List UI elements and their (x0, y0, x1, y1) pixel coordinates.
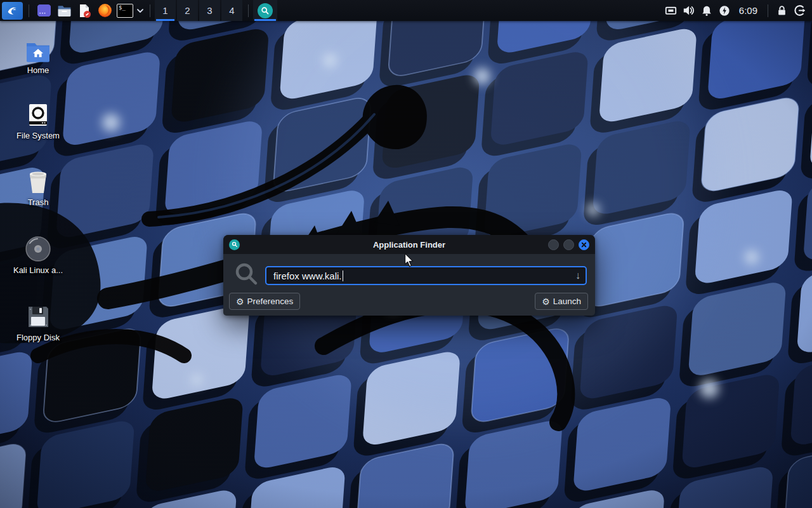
text-editor-button[interactable] (74, 0, 95, 21)
floppy-disk-icon (25, 304, 51, 330)
optical-disc-icon (25, 236, 51, 262)
workspace-button-3[interactable]: 3 (199, 0, 220, 21)
terminal-icon: $_ (117, 4, 133, 18)
workspace-label: 4 (229, 5, 234, 16)
maximize-button[interactable] (563, 239, 574, 250)
close-button[interactable] (579, 239, 589, 250)
desktop-icon-file-system[interactable]: File System (8, 101, 69, 140)
speaker-volume-icon (683, 4, 695, 17)
panel-separator (150, 4, 150, 17)
network-tray-button[interactable] (662, 0, 680, 21)
firefox-icon (97, 3, 113, 18)
search-icon (261, 6, 270, 15)
terminal-dropdown-button[interactable] (135, 0, 145, 21)
titlebar[interactable]: Application Finder (223, 235, 595, 254)
terminal-prompt: $_ (119, 4, 126, 11)
home-folder-icon (25, 41, 51, 62)
desktop: $_ 1 2 3 4 (0, 0, 812, 508)
desktop-icon-home[interactable]: Home (8, 36, 69, 75)
window-title: Application Finder (223, 240, 595, 250)
desktop-icon-label: Home (27, 65, 49, 75)
workspace-label: 3 (207, 5, 212, 16)
search-glyph-icon (234, 262, 259, 287)
desktop-icon-floppy[interactable]: Floppy Disk (8, 303, 69, 342)
desktop-icon-label: Floppy Disk (16, 333, 60, 342)
gear-icon: ⚙ (236, 297, 244, 306)
desktop-icon-label: File System (16, 131, 60, 140)
desktop-icon-label: Kali Linux a... (13, 265, 63, 275)
close-icon (581, 242, 587, 248)
panel-separator (768, 4, 768, 17)
desktop-icon-trash[interactable]: Trash (8, 168, 69, 207)
search-icon (232, 241, 238, 248)
panel-separator (29, 4, 29, 17)
minimize-button[interactable] (548, 239, 559, 250)
file-manager-button[interactable] (54, 0, 74, 21)
launch-button[interactable]: ⚙ Launch (535, 293, 588, 310)
desktop-pager-icon (36, 3, 52, 18)
window-menu-button[interactable] (229, 239, 240, 250)
launch-gear-icon: ⚙ (542, 297, 550, 306)
desktop-icon-label: Trash (28, 197, 49, 207)
panel-separator (248, 4, 249, 17)
workspace-button-1[interactable]: 1 (155, 0, 176, 21)
search-input-value: firefox www.kali. (273, 271, 342, 281)
lock-icon (776, 5, 787, 16)
hard-drive-icon (25, 102, 51, 128)
logout-icon (794, 4, 806, 17)
notifications-tray-button[interactable] (698, 0, 716, 21)
kali-menu-button[interactable] (0, 0, 24, 21)
workspace-label: 2 (185, 5, 190, 16)
text-caret (343, 271, 344, 281)
firefox-button[interactable] (95, 0, 115, 21)
document-edit-icon (77, 3, 92, 18)
preferences-button-label: Preferences (247, 297, 294, 306)
volume-tray-button[interactable] (680, 0, 698, 21)
clock[interactable]: 6:09 (733, 5, 763, 16)
app-finder-taskbar-button[interactable] (253, 0, 277, 21)
bell-icon (701, 5, 712, 17)
ethernet-network-icon (665, 4, 677, 17)
lock-screen-button[interactable] (773, 0, 790, 21)
mouse-cursor (404, 253, 414, 268)
workspace-button-4[interactable]: 4 (221, 0, 242, 21)
desktop-icon-kali-cd[interactable]: Kali Linux a... (8, 236, 69, 275)
folder-icon (56, 3, 72, 18)
power-lightning-icon (719, 5, 730, 17)
terminal-button[interactable]: $_ (115, 0, 135, 21)
logout-button[interactable] (790, 0, 808, 21)
dropdown-arrow-icon[interactable]: ↓ (575, 271, 580, 281)
workspace-button-2[interactable]: 2 (177, 0, 198, 21)
application-finder-window: Application Finder firefox www.kali. ↓ (223, 235, 595, 316)
workspace-label: 1 (162, 5, 167, 16)
search-input[interactable]: firefox www.kali. ↓ (265, 266, 587, 285)
trash-bin-icon (26, 169, 50, 194)
power-manager-tray-button[interactable] (716, 0, 733, 21)
top-panel: $_ 1 2 3 4 (0, 0, 812, 21)
preferences-button[interactable]: ⚙ Preferences (229, 293, 300, 310)
kali-dragon-icon (5, 4, 19, 18)
launch-button-label: Launch (553, 297, 581, 306)
show-desktop-button[interactable] (34, 0, 54, 21)
chevron-down-icon (136, 8, 144, 13)
